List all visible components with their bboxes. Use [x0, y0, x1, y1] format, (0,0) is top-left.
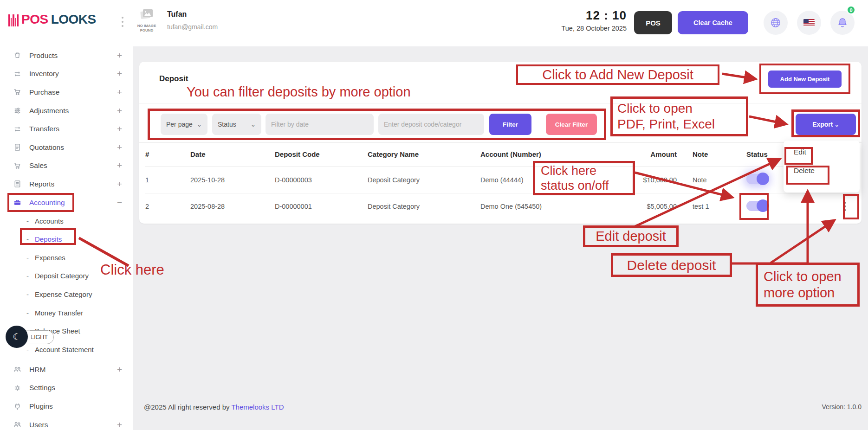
sidebar: Products + Inventory + Purchase + Adjust… — [0, 46, 133, 430]
expand-icon[interactable]: + — [117, 51, 122, 61]
time-text: 12 : 10 — [534, 8, 627, 23]
expand-icon[interactable]: + — [117, 87, 122, 97]
status-select[interactable]: Status — [212, 114, 261, 135]
products-icon — [13, 51, 22, 60]
bell-icon — [836, 17, 849, 29]
footer-copyright: @2025 All right reserved by Themelooks L… — [144, 403, 284, 411]
barcode-icon — [8, 13, 19, 26]
sidebar-bottom-menu: HRM + Settings Plugins Users + — [0, 360, 133, 430]
sidebar-item-sales[interactable]: Sales + — [0, 157, 133, 175]
table-row: 1 2025-10-28 D-00000003 Deposit Category… — [145, 166, 855, 193]
language-button[interactable] — [764, 11, 788, 35]
expand-icon[interactable]: + — [117, 179, 122, 189]
accounting-icon — [13, 198, 22, 207]
date-filter-input[interactable] — [266, 114, 374, 135]
sidebar-item-inventory[interactable]: Inventory + — [0, 65, 133, 83]
sidebar-item-products[interactable]: Products + — [0, 46, 133, 65]
sidebar-item-accounting[interactable]: Accounting − — [0, 193, 133, 212]
filter-button[interactable]: Filter — [489, 114, 531, 135]
avatar[interactable]: NO IMAGE FOUND — [134, 8, 160, 33]
sidebar-item-expense-category[interactable]: -Expense Category — [0, 285, 133, 304]
sidebar-item-reports[interactable]: Reports + — [0, 175, 133, 193]
expand-icon[interactable]: + — [117, 365, 122, 375]
sidebar-item-hrm[interactable]: HRM + — [0, 360, 133, 379]
locale-button[interactable] — [797, 11, 821, 35]
settings-icon — [13, 383, 22, 392]
expand-icon[interactable]: + — [117, 106, 122, 116]
sidebar-menu: Products + Inventory + Purchase + Adjust… — [0, 46, 133, 212]
collapse-icon[interactable]: − — [117, 198, 122, 208]
sidebar-item-settings[interactable]: Settings — [0, 379, 133, 398]
plugins-icon — [13, 402, 22, 411]
clear-filter-button[interactable]: Clear Filter — [546, 114, 597, 135]
annotation-edit-deposit: Edit deposit — [583, 225, 679, 247]
divider — [139, 103, 862, 103]
pos-button[interactable]: POS — [634, 11, 672, 34]
brand-looks: LOOKS — [51, 12, 96, 27]
dropdown-delete[interactable]: Delete — [794, 167, 860, 185]
reports-icon — [13, 180, 22, 189]
sidebar-item-quotations[interactable]: Quotations + — [0, 138, 133, 157]
sidebar-item-purchase[interactable]: Purchase + — [0, 83, 133, 102]
date-text: Tue, 28 October 2025 — [534, 25, 627, 32]
dropdown-edit[interactable]: Edit — [794, 148, 860, 167]
status-toggle[interactable] — [746, 174, 768, 184]
sidebar-item-users[interactable]: Users + — [0, 416, 133, 430]
no-image-label: NO IMAGE FOUND — [134, 24, 160, 33]
table-row: 2 2025-08-28 D-00000001 Deposit Category… — [145, 193, 855, 219]
expand-icon[interactable]: + — [117, 160, 122, 171]
header-kebab-icon[interactable] — [122, 17, 123, 27]
footer-version: Version: 1.0.0 — [769, 403, 862, 411]
sidebar-item-plugins[interactable]: Plugins — [0, 397, 133, 416]
sidebar-item-expenses[interactable]: -Expenses — [0, 249, 133, 267]
clock: 12 : 10 Tue, 28 October 2025 — [534, 8, 627, 32]
inventory-icon — [13, 69, 22, 78]
moon-icon[interactable]: ☾ — [6, 326, 28, 348]
annotation-more-option: Click to open more option — [756, 263, 860, 307]
sidebar-item-deposits[interactable]: -Deposits — [0, 230, 133, 249]
expand-icon[interactable]: + — [117, 142, 122, 153]
sidebar-item-money-transfer[interactable]: -Money Transfer — [0, 303, 133, 322]
no-image-icon — [140, 8, 154, 20]
sidebar-item-deposit-category[interactable]: -Deposit Category — [0, 267, 133, 285]
purchase-icon — [13, 88, 22, 97]
brand-pos: POS — [21, 12, 48, 27]
deposits-table: # Date Deposit Code Category Name Accoun… — [145, 142, 855, 219]
hrm-icon — [13, 365, 22, 374]
us-flag-icon — [803, 19, 815, 26]
deposit-search-input[interactable] — [378, 114, 484, 135]
per-page-select[interactable]: Per page — [161, 114, 207, 135]
row-actions-dropdown: Edit Delete — [784, 141, 860, 193]
sidebar-item-transfers[interactable]: Transfers + — [0, 120, 133, 138]
sidebar-item-adjustments[interactable]: Adjustments + — [0, 102, 133, 120]
transfers-icon — [13, 124, 22, 134]
sales-icon — [13, 161, 22, 170]
clear-cache-button[interactable]: Clear Cache — [678, 11, 748, 34]
export-button[interactable]: Export — [796, 114, 856, 135]
notification-count-badge: 0 — [847, 6, 855, 14]
footer-company-link[interactable]: Themelooks LTD — [231, 403, 284, 411]
expand-icon[interactable]: + — [117, 69, 122, 79]
globe-icon — [770, 17, 782, 29]
annotation-delete-deposit: Delete deposit — [611, 253, 732, 277]
users-icon — [13, 420, 22, 430]
user-email: tufan@gmail.com — [167, 23, 218, 31]
app-logo[interactable]: POSLOOKS — [8, 12, 96, 27]
sidebar-item-accounts[interactable]: -Accounts — [0, 212, 133, 230]
row-actions-kebab-icon[interactable] — [842, 200, 848, 213]
status-toggle[interactable] — [746, 201, 768, 211]
expand-icon[interactable]: + — [117, 124, 122, 134]
quotations-icon — [13, 143, 22, 152]
expand-icon[interactable]: + — [117, 420, 122, 430]
table-header-row: # Date Deposit Code Category Name Accoun… — [145, 142, 855, 166]
top-header: POSLOOKS NO IMAGE FOUND Tufan tufan@gmai… — [0, 0, 868, 46]
chevron-down-icon — [833, 121, 839, 128]
page-title: Deposit — [159, 74, 188, 83]
add-new-deposit-button[interactable]: Add New Deposit — [768, 71, 842, 88]
deposit-card: Deposit Per page Status Filter Clear Fil… — [139, 62, 862, 224]
adjustments-icon — [13, 106, 22, 116]
user-name: Tufan — [167, 10, 187, 19]
